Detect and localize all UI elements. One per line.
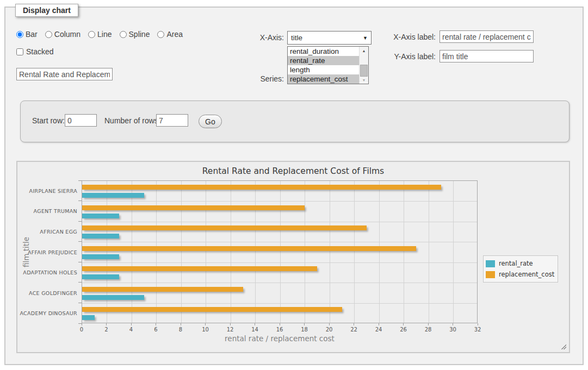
radio-option-line[interactable]: Line <box>88 30 112 39</box>
bar-rental_rate <box>82 274 119 279</box>
legend-item-rental-rate: rental_rate <box>486 258 554 269</box>
series-option-length[interactable]: length <box>288 65 359 74</box>
bar-replacement_cost <box>82 205 305 210</box>
start-row-input[interactable] <box>65 114 97 127</box>
x-tick-mark <box>255 323 255 325</box>
gridline <box>255 181 256 323</box>
radio-column[interactable] <box>45 31 52 38</box>
series-options: rental_duration rental_rate length repla… <box>288 47 359 84</box>
bar-rental_rate <box>82 193 144 198</box>
chart-resize-handle[interactable] <box>560 343 566 349</box>
radio-area-label: Area <box>166 30 183 39</box>
y-tick-mark <box>78 303 82 303</box>
radio-option-column[interactable]: Column <box>45 30 81 39</box>
x-tick-mark <box>181 323 181 325</box>
chart-type-radio-group: Bar Column Line Spline Area <box>16 30 183 39</box>
x-tick-mark <box>354 323 354 325</box>
gridline <box>82 303 477 304</box>
gridline <box>82 283 477 283</box>
x-tick-mark <box>379 323 379 325</box>
bar-replacement_cost <box>82 307 342 312</box>
x-tick-label: 2 <box>104 327 108 333</box>
x-tick-label: 0 <box>80 327 83 333</box>
scroll-up-icon[interactable]: ▲ <box>360 47 368 54</box>
gridline <box>132 181 132 323</box>
x-tick-mark <box>205 323 206 325</box>
start-row-label: Start row: <box>32 116 65 125</box>
x-tick-label: 30 <box>449 327 456 333</box>
bar-rental_rate <box>82 234 119 239</box>
listbox-scrollbar[interactable]: ▲ ▼ <box>359 47 368 84</box>
x-tick-label: 12 <box>227 327 234 333</box>
go-button[interactable]: Go <box>199 115 222 128</box>
series-listbox: rental_duration rental_rate length repla… <box>287 46 369 84</box>
x-tick-label: 24 <box>375 327 382 333</box>
gridline <box>453 181 454 323</box>
page: { "panel": { "legend_title": "Display ch… <box>0 0 588 370</box>
gridline <box>231 181 231 323</box>
panel-title: Display chart <box>15 4 78 17</box>
y-tick-mark <box>78 262 82 262</box>
stacked-label: Stacked <box>26 47 54 56</box>
replacement-cost-swatch <box>486 271 495 278</box>
radio-bar[interactable] <box>16 31 23 38</box>
y-axis-label-input[interactable] <box>440 50 534 62</box>
gridline <box>107 181 107 323</box>
radio-option-bar[interactable]: Bar <box>16 30 38 39</box>
y-tick-mark <box>78 180 82 181</box>
x-tick-mark <box>82 323 82 325</box>
series-option-replacement-cost[interactable]: replacement_cost <box>288 74 359 84</box>
category-label: ACE GOLDFINGER <box>17 290 77 296</box>
series-option-rental-rate[interactable]: rental_rate <box>288 56 359 65</box>
legend-item-replacement-cost: replacement_cost <box>486 269 554 280</box>
x-axis-select[interactable]: title ▼ <box>287 31 372 45</box>
plot-area <box>82 180 478 323</box>
x-tick-mark <box>403 323 404 325</box>
bar-rental_rate <box>82 315 95 320</box>
y-tick-mark <box>78 200 82 201</box>
scroll-down-icon[interactable]: ▼ <box>360 76 368 84</box>
x-axis-label-input[interactable] <box>440 30 534 43</box>
chart-title-input[interactable] <box>16 68 113 80</box>
x-axis-select-label: X-Axis: <box>234 33 284 42</box>
x-tick-mark <box>230 323 231 325</box>
radio-option-spline[interactable]: Spline <box>120 30 150 39</box>
y-axis-label-field-label: Y-Axis label: <box>384 52 436 61</box>
x-tick-mark <box>478 323 478 325</box>
x-axis-label-field-label: X-Axis label: <box>384 33 436 41</box>
chart-title: Rental Rate and Replacement Cost of Film… <box>17 166 569 176</box>
radio-spline[interactable] <box>120 31 127 38</box>
radio-column-label: Column <box>54 30 81 39</box>
x-tick-label: 20 <box>326 327 333 333</box>
x-tick-label: 8 <box>179 327 182 333</box>
series-option-rental-duration[interactable]: rental_duration <box>288 47 359 56</box>
category-label: AGENT TRUMAN <box>17 208 77 214</box>
number-of-rows-input[interactable] <box>156 114 188 127</box>
bar-replacement_cost <box>82 185 441 190</box>
x-tick-mark <box>428 323 429 325</box>
bar-rental_rate <box>82 254 119 259</box>
bar-replacement_cost <box>82 246 416 251</box>
gridline <box>354 181 355 323</box>
x-tick-label: 10 <box>202 327 209 333</box>
x-tick-label: 6 <box>154 327 157 333</box>
radio-line[interactable] <box>88 31 95 38</box>
gridline <box>404 181 404 323</box>
bar-rental_rate <box>82 214 119 218</box>
chart-container: Rental Rate and Replacement Cost of Film… <box>16 161 570 353</box>
x-tick-label: 26 <box>400 327 407 333</box>
radio-option-area[interactable]: Area <box>157 30 183 39</box>
gridline <box>429 181 429 323</box>
x-tick-mark <box>453 323 453 325</box>
gridline <box>280 181 281 323</box>
x-tick-label: 22 <box>350 327 357 333</box>
scrollbar-thumb[interactable] <box>360 65 368 77</box>
x-tick-mark <box>106 323 107 325</box>
stacked-checkbox[interactable] <box>16 48 23 55</box>
category-label: AFFAIR PREJUDICE <box>17 249 77 255</box>
x-tick-label: 18 <box>301 327 308 333</box>
radio-area[interactable] <box>157 31 164 38</box>
rental-rate-swatch <box>486 260 495 267</box>
x-tick-mark <box>329 323 330 325</box>
stacked-option[interactable]: Stacked <box>16 47 54 56</box>
